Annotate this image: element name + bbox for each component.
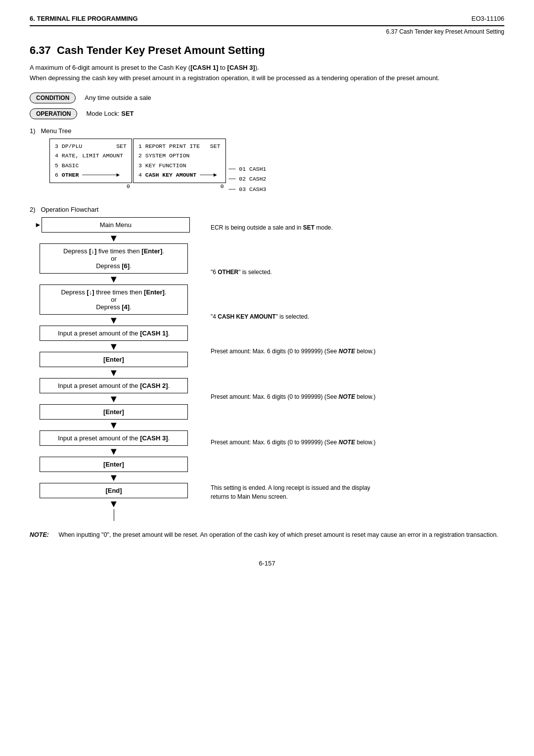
down-arrow-0: ▼ — [109, 233, 119, 243]
step2-label: 2) Operation Flowchart — [30, 206, 504, 213]
flowchart-box-enter1: [Enter] — [40, 352, 188, 367]
flowchart-box-input-cash3: Input a preset amount of the [CASH 3]. — [40, 430, 188, 446]
sub-title: 6.37 Cash Tender key Preset Amount Setti… — [386, 28, 504, 35]
fc-note-cash2: Preset amount: Max. 6 digits (0 to 99999… — [211, 392, 389, 401]
menu-tree-right: 1 REPORT PRINT ITE SET 2 SYSTEM OPTION 3… — [133, 139, 226, 183]
page-title: 6.37 Cash Tender Key Preset Amount Setti… — [30, 44, 504, 57]
down-arrow-6: ▼ — [109, 420, 119, 430]
fc-note-depress5: "6 OTHER" is selected. — [211, 268, 389, 277]
step1-label: 1) Menu Tree — [30, 127, 504, 135]
fc-note-cash3: Preset amount: Max. 6 digits (0 to 99999… — [211, 438, 389, 447]
flowchart-box-input-cash2: Input a preset amount of the [CASH 2]. — [40, 378, 188, 393]
menu-tree-left: 3 DP/PLU SET 4 RATE, LIMIT AMOUNT 5 BASI… — [49, 139, 132, 183]
flowchart-box-main-menu: Main Menu — [42, 217, 190, 233]
operation-badge: OPERATION — [30, 108, 77, 119]
flowchart-box-depress-down5: Depress [↓] five times then [Enter].orDe… — [40, 243, 188, 274]
section-title-header: 6. TERMINAL FILE PROGRAMMING — [30, 15, 138, 22]
down-arrow-1: ▼ — [109, 274, 119, 284]
down-arrow-4: ▼ — [109, 367, 119, 378]
page-number: 6-157 — [30, 560, 504, 567]
down-arrow-2: ▼ — [109, 315, 119, 326]
operation-text: Mode Lock: SET — [86, 110, 134, 117]
flowchart-box-end: [End] — [40, 483, 188, 498]
down-arrow-9: ▼ — [109, 498, 119, 509]
condition-badge: CONDITION — [30, 93, 76, 103]
menu-tree-cash: ── 01 CASH1 ── 02 CASH2 ── 03 CASH3 — [229, 164, 267, 195]
note-label: NOTE: — [30, 531, 49, 538]
intro-line1: A maximum of 6-digit amount is preset to… — [30, 63, 504, 73]
flowchart-box-input-cash1: Input a preset amount of the [CASH 1]. — [40, 326, 188, 341]
flowchart-box-depress-down3: Depress [↓] three times then [Enter].orD… — [40, 284, 188, 315]
flowchart-box-enter2: [Enter] — [40, 404, 188, 420]
down-arrow-8: ▼ — [109, 472, 119, 483]
down-arrow-5: ▼ — [109, 393, 119, 404]
fc-note-depress3: "4 CASH KEY AMOUNT" is selected. — [211, 312, 389, 321]
flowchart-box-enter3: [Enter] — [40, 457, 188, 472]
fc-note-main-menu: ECR is being outside a sale and in SET m… — [211, 223, 389, 232]
entry-arrow-icon: ► — [35, 221, 42, 229]
fc-note-cash1: Preset amount: Max. 6 digits (0 to 99999… — [211, 347, 389, 356]
intro-line2: When depressing the cash key with preset… — [30, 73, 504, 84]
note-text: When inputting "0", the preset amount wi… — [58, 531, 498, 538]
down-arrow-3: ▼ — [109, 341, 119, 352]
condition-text: Any time outside a sale — [85, 94, 151, 101]
doc-number: EO3-11106 — [472, 15, 505, 22]
fc-note-end: This setting is ended. A long receipt is… — [211, 483, 389, 501]
down-arrow-7: ▼ — [109, 446, 119, 457]
